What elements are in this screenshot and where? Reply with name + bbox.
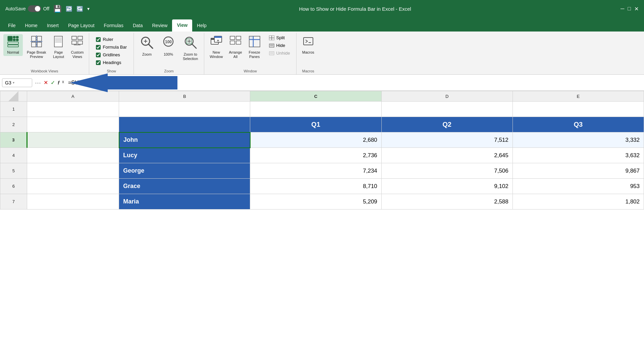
freeze-panes-button[interactable]: FreezePanes — [246, 34, 263, 60]
insert-function-icon[interactable]: f — [58, 80, 59, 85]
col-header-a[interactable]: A — [27, 91, 119, 102]
cell-ref-value: G3 — [5, 80, 11, 85]
cell-d1[interactable] — [381, 102, 513, 117]
menu-view[interactable]: View — [172, 19, 192, 32]
menu-insert[interactable]: Insert — [42, 19, 63, 32]
col-header-d[interactable]: D — [381, 91, 513, 102]
window-buttons: NewWindow ArrangeAll — [208, 34, 292, 68]
arrange-all-button[interactable]: ArrangeAll — [227, 34, 244, 60]
show-gridlines[interactable]: Gridlines — [96, 52, 127, 57]
headings-checkbox[interactable] — [96, 60, 101, 65]
cell-d4[interactable]: 2,645 — [381, 148, 513, 163]
cell-c5[interactable]: 7,234 — [250, 163, 381, 179]
custom-views-button[interactable]: CustomViews — [69, 34, 86, 60]
cell-a5[interactable] — [27, 163, 119, 179]
cell-b2[interactable] — [119, 117, 250, 132]
cell-c3[interactable]: 2,680 — [250, 132, 381, 148]
zoom-button[interactable]: Zoom — [137, 34, 157, 58]
menu-page-layout[interactable]: Page Layout — [63, 19, 99, 32]
cell-ref-dropdown[interactable]: ▾ — [13, 81, 14, 84]
cell-b6[interactable]: Grace — [119, 179, 250, 194]
cell-a7[interactable] — [27, 194, 119, 209]
formula-control-icons: ⋯ ✕ ✓ f x — [34, 79, 65, 86]
zoom-selection-button[interactable]: Zoom toSelection — [180, 34, 201, 62]
show-ruler[interactable]: Ruler — [96, 37, 127, 42]
redo-icon[interactable]: ↪️ — [76, 6, 83, 12]
autosave-toggle[interactable] — [28, 5, 41, 12]
cell-a4[interactable] — [27, 148, 119, 163]
column-header-row: A B C D E — [0, 91, 644, 102]
cell-c1[interactable] — [250, 102, 381, 117]
cell-e4[interactable]: 3,632 — [513, 148, 644, 163]
cell-e3[interactable]: 3,332 — [513, 132, 644, 148]
row-header-4[interactable]: 4 — [0, 148, 27, 163]
menu-file[interactable]: File — [3, 19, 20, 32]
row-header-5[interactable]: 5 — [0, 163, 27, 179]
quick-access-icon[interactable]: ▾ — [87, 6, 90, 11]
ruler-checkbox[interactable] — [96, 37, 101, 42]
menu-formulas[interactable]: Formulas — [99, 19, 128, 32]
menu-help[interactable]: Help — [192, 19, 211, 32]
workbook-views-buttons: Normal Page BreakPreview — [3, 34, 86, 68]
cell-a1[interactable] — [27, 102, 119, 117]
undo-icon[interactable]: ↩️ — [66, 6, 72, 12]
col-header-e[interactable]: E — [513, 91, 644, 102]
col-header-b[interactable]: B — [119, 91, 250, 102]
cell-d6[interactable]: 9,102 — [381, 179, 513, 194]
unhide-button[interactable]: Unhide — [266, 50, 293, 57]
cell-d5[interactable]: 7,506 — [381, 163, 513, 179]
hide-button[interactable]: Hide — [266, 42, 293, 49]
row-header-7[interactable]: 7 — [0, 194, 27, 209]
cell-b7[interactable]: Maria — [119, 194, 250, 209]
cell-e7[interactable]: 1,802 — [513, 194, 644, 209]
split-button[interactable]: Split — [266, 34, 293, 41]
minimize-icon[interactable]: ─ — [621, 6, 624, 12]
cell-c2[interactable]: Q1 — [250, 117, 381, 132]
save-icon[interactable]: 💾 — [53, 5, 62, 13]
cancel-formula-icon[interactable]: ✕ — [44, 79, 48, 86]
cell-b4[interactable]: Lucy — [119, 148, 250, 163]
page-layout-button[interactable]: PageLayout — [50, 34, 67, 60]
maximize-icon[interactable]: □ — [628, 6, 631, 12]
zoom-100-label: 100% — [164, 52, 173, 57]
cell-d3[interactable]: 7,512 — [381, 132, 513, 148]
cell-d2[interactable]: Q2 — [381, 117, 513, 132]
formula-input[interactable] — [67, 78, 642, 87]
formula-bar-checkbox[interactable] — [96, 45, 101, 50]
cell-b1[interactable] — [119, 102, 250, 117]
cell-e2[interactable]: Q3 — [513, 117, 644, 132]
cell-c6[interactable]: 8,710 — [250, 179, 381, 194]
show-formula-bar[interactable]: Formula Bar — [96, 45, 127, 50]
row-header-6[interactable]: 6 — [0, 179, 27, 194]
cell-c4[interactable]: 2,736 — [250, 148, 381, 163]
cell-e5[interactable]: 9,867 — [513, 163, 644, 179]
confirm-formula-icon[interactable]: ✓ — [51, 79, 55, 86]
zoom-100-button[interactable]: 100 100% — [159, 34, 178, 58]
new-window-button[interactable]: NewWindow — [208, 34, 225, 60]
show-headings[interactable]: Headings — [96, 60, 127, 65]
cell-e1[interactable] — [513, 102, 644, 117]
cell-c7[interactable]: 5,209 — [250, 194, 381, 209]
cell-reference-box[interactable]: G3 ▾ — [2, 78, 32, 87]
close-icon[interactable]: ✕ — [634, 6, 639, 12]
row-header-2[interactable]: 2 — [0, 117, 27, 132]
cell-d7[interactable]: 2,588 — [381, 194, 513, 209]
page-break-preview-button[interactable]: Page BreakPreview — [25, 34, 48, 60]
cell-a2[interactable] — [27, 117, 119, 132]
cell-b5[interactable]: George — [119, 163, 250, 179]
cell-a6[interactable] — [27, 179, 119, 194]
cell-b3[interactable]: John — [119, 132, 250, 148]
normal-view-button[interactable]: Normal — [3, 34, 23, 56]
row-header-3[interactable]: 3 — [0, 132, 27, 148]
macros-button[interactable]: Macros — [300, 34, 317, 56]
cell-e6[interactable]: 953 — [513, 179, 644, 194]
menu-data[interactable]: Data — [128, 19, 148, 32]
menu-home[interactable]: Home — [20, 19, 42, 32]
gridlines-checkbox[interactable] — [96, 53, 101, 57]
cell-a3[interactable] — [27, 132, 119, 148]
formula-dots-icon[interactable]: ⋯ — [35, 79, 41, 86]
menu-review[interactable]: Review — [148, 19, 172, 32]
col-header-c[interactable]: C — [250, 91, 381, 102]
autosave-control[interactable]: AutoSave Off — [5, 5, 49, 12]
row-header-1[interactable]: 1 — [0, 102, 27, 117]
